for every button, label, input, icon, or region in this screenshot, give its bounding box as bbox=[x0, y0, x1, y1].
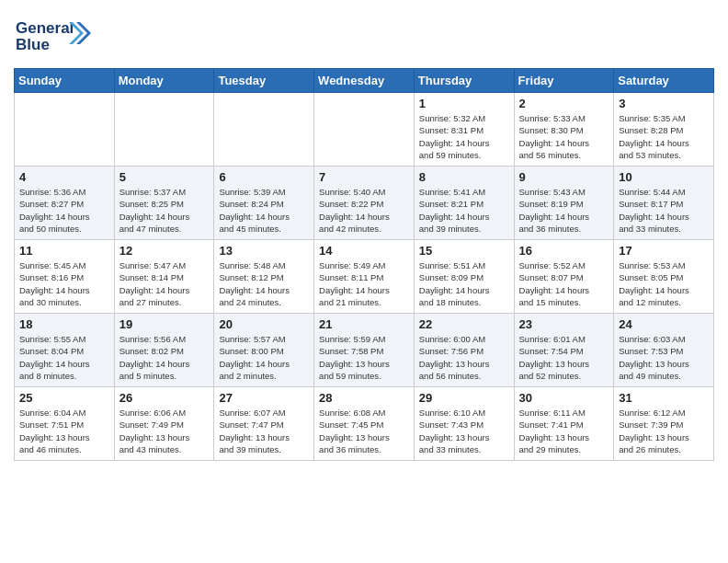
day-info: Sunrise: 5:40 AMSunset: 8:22 PMDaylight:… bbox=[319, 186, 410, 235]
svg-text:General: General bbox=[16, 19, 74, 37]
day-info: Sunrise: 5:43 AMSunset: 8:19 PMDaylight:… bbox=[519, 186, 610, 235]
day-cell-13: 13Sunrise: 5:48 AMSunset: 8:12 PMDayligh… bbox=[214, 240, 314, 314]
day-info: Sunrise: 5:45 AMSunset: 8:16 PMDaylight:… bbox=[19, 259, 110, 308]
day-info: Sunrise: 6:00 AMSunset: 7:56 PMDaylight:… bbox=[419, 333, 510, 382]
day-number: 5 bbox=[119, 170, 210, 184]
day-cell-1: 1Sunrise: 5:32 AMSunset: 8:31 PMDaylight… bbox=[414, 93, 514, 167]
day-info: Sunrise: 5:37 AMSunset: 8:25 PMDaylight:… bbox=[119, 186, 210, 235]
day-cell-31: 31Sunrise: 6:12 AMSunset: 7:39 PMDayligh… bbox=[614, 387, 714, 461]
day-info: Sunrise: 6:07 AMSunset: 7:47 PMDaylight:… bbox=[219, 407, 310, 455]
day-number: 26 bbox=[119, 391, 210, 405]
day-info: Sunrise: 5:41 AMSunset: 8:21 PMDaylight:… bbox=[419, 186, 510, 235]
day-info: Sunrise: 6:12 AMSunset: 7:39 PMDaylight:… bbox=[619, 407, 710, 455]
day-number: 22 bbox=[419, 317, 510, 331]
day-cell-23: 23Sunrise: 6:01 AMSunset: 7:54 PMDayligh… bbox=[514, 314, 614, 387]
day-cell-22: 22Sunrise: 6:00 AMSunset: 7:56 PMDayligh… bbox=[414, 314, 514, 387]
day-info: Sunrise: 6:08 AMSunset: 7:45 PMDaylight:… bbox=[319, 407, 410, 455]
empty-cell bbox=[15, 93, 115, 167]
day-cell-28: 28Sunrise: 6:08 AMSunset: 7:45 PMDayligh… bbox=[314, 387, 415, 461]
day-cell-26: 26Sunrise: 6:06 AMSunset: 7:49 PMDayligh… bbox=[114, 387, 214, 461]
day-cell-12: 12Sunrise: 5:47 AMSunset: 8:14 PMDayligh… bbox=[114, 240, 214, 314]
week-row-3: 11Sunrise: 5:45 AMSunset: 8:16 PMDayligh… bbox=[15, 240, 714, 314]
day-info: Sunrise: 5:36 AMSunset: 8:27 PMDaylight:… bbox=[19, 186, 110, 235]
day-number: 19 bbox=[119, 317, 210, 331]
day-number: 7 bbox=[319, 170, 410, 184]
day-number: 12 bbox=[119, 244, 210, 258]
day-cell-5: 5Sunrise: 5:37 AMSunset: 8:25 PMDaylight… bbox=[114, 167, 214, 240]
day-info: Sunrise: 5:55 AMSunset: 8:04 PMDaylight:… bbox=[19, 333, 110, 382]
day-number: 3 bbox=[619, 97, 710, 110]
day-number: 28 bbox=[319, 391, 410, 405]
day-number: 15 bbox=[419, 244, 510, 258]
day-number: 21 bbox=[319, 317, 410, 331]
day-cell-24: 24Sunrise: 6:03 AMSunset: 7:53 PMDayligh… bbox=[614, 314, 714, 387]
week-row-2: 4Sunrise: 5:36 AMSunset: 8:27 PMDaylight… bbox=[15, 167, 714, 240]
day-header-friday: Friday bbox=[514, 69, 614, 93]
day-info: Sunrise: 5:48 AMSunset: 8:12 PMDaylight:… bbox=[219, 259, 310, 308]
day-cell-11: 11Sunrise: 5:45 AMSunset: 8:16 PMDayligh… bbox=[15, 240, 115, 314]
day-cell-17: 17Sunrise: 5:53 AMSunset: 8:05 PMDayligh… bbox=[614, 240, 714, 314]
day-number: 13 bbox=[219, 244, 310, 258]
day-header-wednesday: Wednesday bbox=[314, 69, 415, 93]
day-cell-14: 14Sunrise: 5:49 AMSunset: 8:11 PMDayligh… bbox=[314, 240, 415, 314]
day-info: Sunrise: 6:11 AMSunset: 7:41 PMDaylight:… bbox=[519, 407, 610, 455]
day-number: 6 bbox=[219, 170, 310, 184]
day-number: 29 bbox=[419, 391, 510, 405]
day-cell-8: 8Sunrise: 5:41 AMSunset: 8:21 PMDaylight… bbox=[414, 167, 514, 240]
day-number: 9 bbox=[519, 170, 610, 184]
day-number: 1 bbox=[419, 97, 510, 110]
day-cell-20: 20Sunrise: 5:57 AMSunset: 8:00 PMDayligh… bbox=[214, 314, 314, 387]
day-info: Sunrise: 5:49 AMSunset: 8:11 PMDaylight:… bbox=[319, 259, 410, 308]
page: General Blue SundayMondayTuesdayWednesda… bbox=[0, 0, 728, 475]
day-info: Sunrise: 5:33 AMSunset: 8:30 PMDaylight:… bbox=[519, 112, 610, 161]
day-info: Sunrise: 5:51 AMSunset: 8:09 PMDaylight:… bbox=[419, 259, 510, 308]
day-info: Sunrise: 5:39 AMSunset: 8:24 PMDaylight:… bbox=[219, 186, 310, 235]
day-info: Sunrise: 5:44 AMSunset: 8:17 PMDaylight:… bbox=[619, 186, 710, 235]
day-header-saturday: Saturday bbox=[614, 69, 714, 93]
day-number: 18 bbox=[19, 317, 110, 331]
day-info: Sunrise: 5:47 AMSunset: 8:14 PMDaylight:… bbox=[119, 259, 210, 308]
day-info: Sunrise: 5:52 AMSunset: 8:07 PMDaylight:… bbox=[519, 259, 610, 308]
day-cell-10: 10Sunrise: 5:44 AMSunset: 8:17 PMDayligh… bbox=[614, 167, 714, 240]
day-info: Sunrise: 6:04 AMSunset: 7:51 PMDaylight:… bbox=[19, 407, 110, 455]
day-cell-16: 16Sunrise: 5:52 AMSunset: 8:07 PMDayligh… bbox=[514, 240, 614, 314]
day-cell-3: 3Sunrise: 5:35 AMSunset: 8:28 PMDaylight… bbox=[614, 93, 714, 167]
day-number: 27 bbox=[219, 391, 310, 405]
logo: General Blue bbox=[14, 13, 92, 61]
empty-cell bbox=[314, 93, 415, 167]
days-header-row: SundayMondayTuesdayWednesdayThursdayFrid… bbox=[15, 69, 714, 93]
day-cell-6: 6Sunrise: 5:39 AMSunset: 8:24 PMDaylight… bbox=[214, 167, 314, 240]
week-row-5: 25Sunrise: 6:04 AMSunset: 7:51 PMDayligh… bbox=[15, 387, 714, 461]
empty-cell bbox=[214, 93, 314, 167]
day-cell-30: 30Sunrise: 6:11 AMSunset: 7:41 PMDayligh… bbox=[514, 387, 614, 461]
day-number: 24 bbox=[619, 317, 710, 331]
day-info: Sunrise: 5:57 AMSunset: 8:00 PMDaylight:… bbox=[219, 333, 310, 382]
day-number: 20 bbox=[219, 317, 310, 331]
day-cell-7: 7Sunrise: 5:40 AMSunset: 8:22 PMDaylight… bbox=[314, 167, 415, 240]
svg-text:Blue: Blue bbox=[16, 36, 50, 53]
day-cell-2: 2Sunrise: 5:33 AMSunset: 8:30 PMDaylight… bbox=[514, 93, 614, 167]
day-info: Sunrise: 6:03 AMSunset: 7:53 PMDaylight:… bbox=[619, 333, 710, 382]
calendar-table: SundayMondayTuesdayWednesdayThursdayFrid… bbox=[14, 68, 714, 461]
day-info: Sunrise: 6:06 AMSunset: 7:49 PMDaylight:… bbox=[119, 407, 210, 455]
day-cell-15: 15Sunrise: 5:51 AMSunset: 8:09 PMDayligh… bbox=[414, 240, 514, 314]
day-cell-9: 9Sunrise: 5:43 AMSunset: 8:19 PMDaylight… bbox=[514, 167, 614, 240]
day-cell-4: 4Sunrise: 5:36 AMSunset: 8:27 PMDaylight… bbox=[15, 167, 115, 240]
day-info: Sunrise: 5:32 AMSunset: 8:31 PMDaylight:… bbox=[419, 112, 510, 161]
day-header-tuesday: Tuesday bbox=[214, 69, 314, 93]
day-number: 30 bbox=[519, 391, 610, 405]
day-info: Sunrise: 5:35 AMSunset: 8:28 PMDaylight:… bbox=[619, 112, 710, 161]
day-number: 16 bbox=[519, 244, 610, 258]
day-info: Sunrise: 6:01 AMSunset: 7:54 PMDaylight:… bbox=[519, 333, 610, 382]
day-number: 8 bbox=[419, 170, 510, 184]
day-cell-21: 21Sunrise: 5:59 AMSunset: 7:58 PMDayligh… bbox=[314, 314, 415, 387]
day-header-sunday: Sunday bbox=[15, 69, 115, 93]
day-header-thursday: Thursday bbox=[414, 69, 514, 93]
day-cell-19: 19Sunrise: 5:56 AMSunset: 8:02 PMDayligh… bbox=[114, 314, 214, 387]
day-number: 11 bbox=[19, 244, 110, 258]
day-number: 14 bbox=[319, 244, 410, 258]
day-number: 17 bbox=[619, 244, 710, 258]
week-row-4: 18Sunrise: 5:55 AMSunset: 8:04 PMDayligh… bbox=[15, 314, 714, 387]
day-info: Sunrise: 5:59 AMSunset: 7:58 PMDaylight:… bbox=[319, 333, 410, 382]
day-info: Sunrise: 6:10 AMSunset: 7:43 PMDaylight:… bbox=[419, 407, 510, 455]
